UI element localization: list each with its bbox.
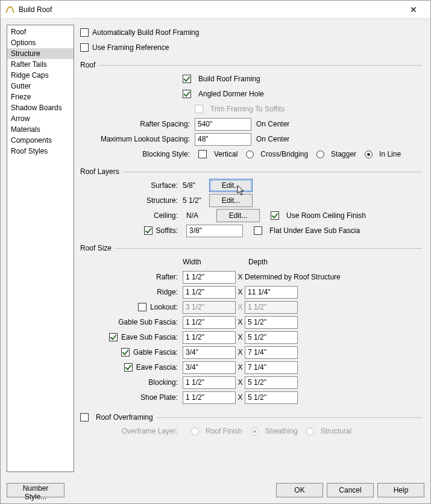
sidebar-item-materials[interactable]: Materials [7,124,74,135]
gable-fascia-width-input[interactable] [183,346,236,359]
overframe-sheathing-label: Sheathing [265,427,298,435]
gable-fascia-label: Gable Fascia: [133,348,178,356]
eave-sub-fascia-checkbox[interactable] [109,333,118,341]
row-eave-sub-fascia: Eave Sub Fascia: X [80,330,422,344]
structure-edit-button[interactable]: Edit... [209,194,253,207]
sidebar-item-ridge-caps[interactable]: Ridge Caps [7,70,74,81]
divider [157,417,422,418]
rafter-spacing-unit: On Center [256,120,289,128]
eave-fascia-checkbox[interactable] [124,363,133,372]
number-style-button[interactable]: Number Style... [7,483,64,497]
use-framing-ref-checkbox[interactable] [80,43,89,52]
ridge-label: Ridge: [92,288,183,296]
max-lookout-unit: On Center [256,135,289,143]
overframe-sheathing-radio [251,428,259,435]
angled-dormer-hole-checkbox[interactable] [183,90,191,98]
row-overframe-layer: Overframe Layer: Roof Finish Sheathing S… [80,424,422,438]
sidebar-item-structure[interactable]: Structure [7,48,74,59]
blocking-vertical-label: Vertical [214,150,238,158]
eave-fascia-width-input[interactable] [183,361,236,374]
row-blocking: Blocking: X [80,375,422,390]
cancel-button[interactable]: Cancel [327,483,374,497]
blocking-style-label: Blocking Style: [92,150,195,158]
roof-overframing-checkbox[interactable] [80,413,89,422]
sidebar-item-components[interactable]: Components [7,135,74,146]
dialog-footer: Number Style... OK Cancel Help [1,478,430,503]
row-shoe-plate: Shoe Plate: X [80,390,422,405]
sidebar-item-shadow-boards[interactable]: Shadow Boards [7,102,74,113]
ceiling-label: Ceiling: [92,211,183,220]
row-gable-sub-fascia: Gable Sub Fascia: X [80,315,422,329]
sidebar-item-rafter-tails[interactable]: Rafter Tails [7,59,74,70]
overframe-structural-label: Structural [321,427,351,435]
eave-sub-width-input[interactable] [183,331,236,344]
eave-fascia-depth-input[interactable] [245,361,298,374]
close-icon[interactable]: ✕ [401,5,426,14]
x-mark: X [236,318,245,326]
sidebar-item-frieze[interactable]: Frieze [7,92,74,102]
row-trim-to-soffits: Trim Framing To Soffits [80,102,422,116]
ceiling-edit-button[interactable]: Edit... [216,209,260,222]
section-roof-label: Roof [80,61,95,69]
window-title: Build Roof [19,5,401,14]
soffits-label: Soffits: [156,226,178,235]
row-eave-fascia: Eave Fascia: X [80,360,422,375]
surface-value: 5/8" [183,181,209,190]
x-mark: X [236,363,245,372]
shoe-plate-width-input[interactable] [183,391,236,404]
gable-sub-width-input[interactable] [183,316,236,329]
auto-build-checkbox[interactable] [80,28,89,37]
use-room-ceiling-checkbox[interactable] [271,211,279,220]
x-mark: X [236,393,245,402]
structure-label: Structure: [92,196,183,205]
blocking-stagger-label: Stagger [331,150,356,158]
category-sidebar[interactable]: Roof Options Structure Rafter Tails Ridg… [7,25,74,472]
ridge-width-input[interactable] [183,286,236,299]
gable-fascia-depth-input[interactable] [245,346,298,359]
soffits-checkbox[interactable] [144,226,153,235]
row-rafter-spacing: Rafter Spacing: On Center [80,117,422,131]
sidebar-item-arrow[interactable]: Arrow [7,113,74,124]
x-mark: X [236,333,245,341]
ridge-depth-input[interactable] [245,286,298,299]
gable-sub-depth-input[interactable] [245,316,298,329]
sidebar-item-options[interactable]: Options [7,37,74,48]
rafter-width-input[interactable] [183,271,236,284]
rafter-spacing-input[interactable] [195,118,251,131]
surface-edit-button[interactable]: Edit... [209,179,253,192]
flat-under-checkbox[interactable] [254,226,262,235]
blocking-width-input[interactable] [183,376,236,389]
overframe-roof-finish-radio [191,428,199,435]
sidebar-item-gutter[interactable]: Gutter [7,81,74,92]
soffits-input[interactable] [186,225,243,237]
shoe-plate-label: Shoe Plate: [92,393,183,402]
trim-to-soffits-label: Trim Framing To Soffits [210,105,285,113]
overframe-roof-finish-label: Roof Finish [206,427,242,435]
gable-fascia-checkbox[interactable] [121,348,130,356]
row-lookout: Lookout: X [80,300,422,314]
sidebar-item-roof-styles[interactable]: Roof Styles [7,146,74,157]
blocking-depth-input[interactable] [245,376,298,389]
blocking-label: Blocking: [92,378,183,387]
help-button[interactable]: Help [377,483,424,497]
x-mark: X [236,348,245,356]
shoe-plate-depth-input[interactable] [245,391,298,404]
sidebar-item-roof[interactable]: Roof [7,26,74,37]
section-overframing: Roof Overframing [80,413,422,422]
max-lookout-input[interactable] [195,133,251,146]
eave-sub-depth-input[interactable] [245,331,298,344]
blocking-cross-radio[interactable] [246,151,254,158]
build-roof-framing-checkbox[interactable] [183,75,191,83]
ok-button[interactable]: OK [276,483,323,497]
lookout-checkbox[interactable] [138,303,146,311]
blocking-vertical-checkbox[interactable] [198,150,207,158]
row-rafter: Rafter: X Determined by Roof Structure [80,270,422,284]
blocking-inline-radio[interactable] [365,151,373,158]
section-roof: Roof [80,61,422,69]
section-roof-size-label: Roof Size [80,244,112,252]
row-gable-fascia: Gable Fascia: X [80,345,422,359]
divider [99,65,422,66]
width-header: Width [183,258,239,266]
blocking-stagger-radio[interactable] [316,151,324,158]
titlebar: Build Roof ✕ [1,1,430,19]
